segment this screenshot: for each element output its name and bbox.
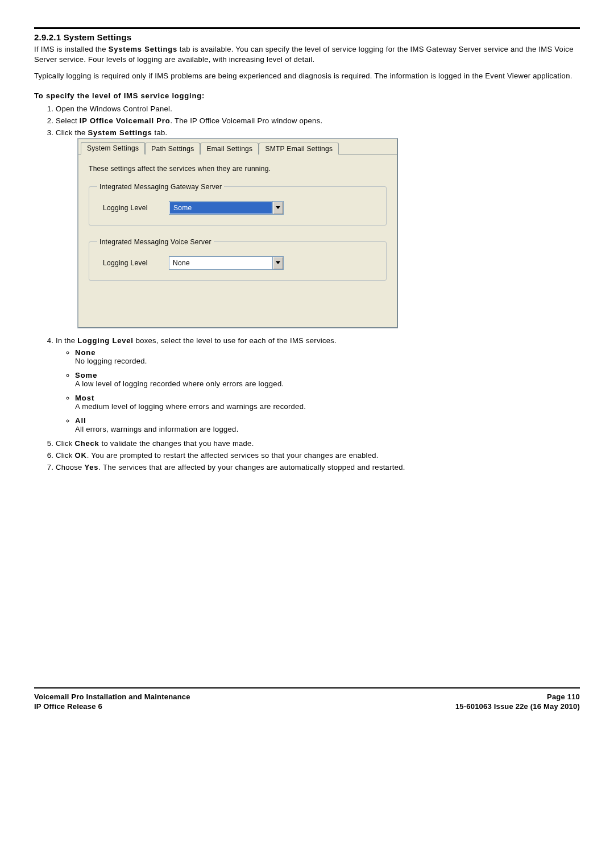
row-voice-logging: Logging Level None <box>97 256 378 270</box>
label-logging-level-1: Logging Level <box>97 204 157 212</box>
top-rule <box>34 27 580 29</box>
intro-paragraph-1: If IMS is installed the Systems Settings… <box>34 44 580 64</box>
emphasis-yes: Yes <box>85 463 99 471</box>
step-1: Open the Windows Control Panel. <box>56 105 580 113</box>
text-fragment: Click the <box>56 128 88 137</box>
text-fragment: Choose <box>56 463 85 471</box>
dropdown-voice-logging[interactable]: None <box>169 256 284 270</box>
svg-marker-0 <box>276 206 280 209</box>
bottom-rule <box>34 687 580 688</box>
step-5: Click Check to validate the changes that… <box>56 439 580 448</box>
dropdown-gateway-logging[interactable]: Some <box>169 201 284 215</box>
footer-product: IP Office Release 6 <box>34 702 102 711</box>
dropdown-voice-value: None <box>169 257 272 269</box>
emphasis-logging-level: Logging Level <box>77 336 134 345</box>
level-most-desc: A medium level of logging where errors a… <box>75 402 306 411</box>
step-7: Choose Yes. The services that are affect… <box>56 463 580 471</box>
level-none: None No logging recorded. <box>75 348 580 365</box>
tab-bar: System Settings Path Settings Email Sett… <box>78 139 397 155</box>
text-fragment: Click <box>56 451 75 460</box>
settings-dialog: System Settings Path Settings Email Sett… <box>77 138 398 328</box>
step-6: Click OK. You are prompted to restart th… <box>56 451 580 460</box>
text-fragment: . The services that are affected by your… <box>98 463 405 471</box>
level-some: Some A low level of logging recorded whe… <box>75 371 580 388</box>
group-gateway-server: Integrated Messaging Gateway Server Logg… <box>89 183 387 226</box>
dropdown-gateway-value: Some <box>170 202 272 214</box>
level-some-name: Some <box>75 371 97 379</box>
chevron-down-icon[interactable] <box>272 257 283 269</box>
level-all-desc: All errors, warnings and information are… <box>75 425 239 433</box>
level-none-desc: No logging recorded. <box>75 357 147 365</box>
label-logging-level-2: Logging Level <box>97 259 157 267</box>
text-fragment: tab. <box>152 128 168 137</box>
step-list: Open the Windows Control Panel. Select I… <box>56 105 580 471</box>
procedure-heading: To specify the level of IMS service logg… <box>34 91 580 100</box>
emphasis-system-settings: System Settings <box>88 128 152 137</box>
intro-paragraph-2: Typically logging is required only if IM… <box>34 71 580 81</box>
footer-doc-title: Voicemail Pro Installation and Maintenan… <box>34 692 190 701</box>
dialog-description: These settings affect the services when … <box>89 165 387 173</box>
level-some-desc: A low level of logging recorded where on… <box>75 379 284 388</box>
text-fragment: Select <box>56 116 80 125</box>
text-fragment: . You are prompted to restart the affect… <box>87 451 379 460</box>
emphasis-systems-settings: Systems Settings <box>109 45 177 53</box>
row-gateway-logging: Logging Level Some <box>97 201 378 215</box>
level-all-name: All <box>75 416 86 425</box>
footer-doc-id: 15-601063 Issue 22e (16 May 2010) <box>455 702 580 711</box>
step-3: Click the System Settings tab. System Se… <box>56 128 580 328</box>
text-fragment: to validate the changes that you have ma… <box>99 439 254 448</box>
level-all: All All errors, warnings and information… <box>75 416 580 433</box>
document-page: 2.9.2.1 System Settings If IMS is instal… <box>0 0 614 735</box>
page-footer: Voicemail Pro Installation and Maintenan… <box>34 692 580 712</box>
tab-system-settings[interactable]: System Settings <box>81 142 145 155</box>
legend-gateway-server: Integrated Messaging Gateway Server <box>97 183 224 191</box>
footer-page-number: Page 110 <box>547 692 580 701</box>
text-fragment: boxes, select the level to use for each … <box>134 336 337 345</box>
dialog-body: These settings affect the services when … <box>78 155 397 327</box>
emphasis-ok: OK <box>75 451 87 460</box>
text-fragment: Click <box>56 439 75 448</box>
tab-path-settings[interactable]: Path Settings <box>145 143 200 155</box>
group-voice-server: Integrated Messaging Voice Server Loggin… <box>89 238 387 281</box>
level-most: Most A medium level of logging where err… <box>75 394 580 411</box>
level-none-name: None <box>75 348 96 357</box>
step-2: Select IP Office Voicemail Pro. The IP O… <box>56 116 580 125</box>
logging-level-list: None No logging recorded. Some A low lev… <box>75 348 580 433</box>
footer-left: Voicemail Pro Installation and Maintenan… <box>34 692 190 712</box>
svg-marker-1 <box>276 261 280 264</box>
legend-voice-server: Integrated Messaging Voice Server <box>97 238 214 246</box>
emphasis-ip-office-voicemail-pro: IP Office Voicemail Pro <box>80 116 171 125</box>
step-4: In the Logging Level boxes, select the l… <box>56 336 580 433</box>
text-fragment: . The IP Office Voicemail Pro window ope… <box>170 116 322 125</box>
text-fragment: In the <box>56 336 77 345</box>
tab-smtp-email-settings[interactable]: SMTP Email Settings <box>259 143 339 155</box>
footer-right: Page 110 15-601063 Issue 22e (16 May 201… <box>455 692 580 712</box>
tab-email-settings[interactable]: Email Settings <box>200 143 259 155</box>
section-title: 2.9.2.1 System Settings <box>34 32 580 42</box>
level-most-name: Most <box>75 394 94 402</box>
text-fragment: If IMS is installed the <box>34 45 109 53</box>
emphasis-check: Check <box>75 439 99 448</box>
chevron-down-icon[interactable] <box>272 202 283 214</box>
